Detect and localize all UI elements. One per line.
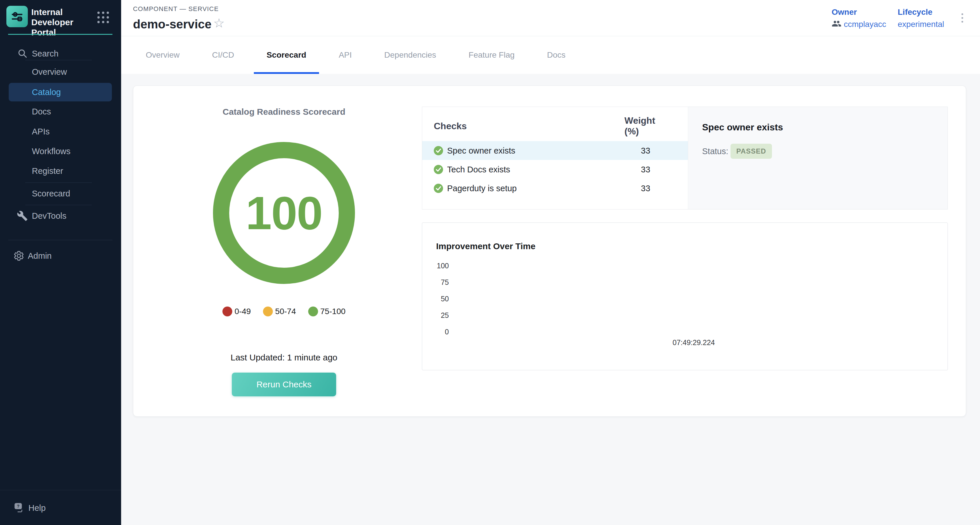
sidebar-divider — [25, 205, 92, 205]
sidebar-item-admin[interactable]: Admin — [0, 247, 121, 264]
sidebar-item-label: Help — [29, 503, 46, 513]
y-axis-tick: 25 — [422, 311, 449, 320]
sidebar-accent-rule — [8, 34, 113, 35]
sidebar-divider — [0, 490, 121, 490]
chart-title: Improvement Over Time — [436, 241, 536, 251]
rerun-checks-label: Rerun Checks — [256, 380, 312, 389]
check-name: Pagerduty is setup — [447, 183, 517, 193]
gauge-title: Catalog Readiness Scorecard — [223, 107, 345, 117]
sidebar-item-help[interactable]: ? Help — [0, 500, 121, 516]
legend-label: 0-49 — [235, 307, 251, 316]
sidebar-item-scorecard[interactable]: Scorecard — [0, 185, 121, 202]
breadcrumb: COMPONENT — SERVICE — [133, 5, 219, 13]
score-value: 100 — [246, 186, 322, 240]
people-icon — [832, 20, 842, 29]
sidebar-item-overview[interactable]: Overview — [0, 64, 121, 80]
app-root: Internal Developer Portal Search Overvie… — [0, 0, 980, 525]
y-axis-tick: 0 — [422, 328, 449, 336]
entity-tabs: Overview CI/CD Scorecard API Dependencie… — [121, 36, 980, 74]
x-axis-tick: 07:49:29.224 — [673, 339, 715, 347]
legend-dot-red — [223, 307, 232, 317]
sidebar-item-register[interactable]: Register — [0, 162, 121, 179]
tab-overview[interactable]: Overview — [133, 36, 192, 74]
check-detail-title: Spec owner exists — [702, 122, 783, 133]
scorecard-card: Catalog Readiness Scorecard 100 0-49 50-… — [133, 86, 966, 417]
help-bubble-icon: ? — [13, 502, 25, 514]
checks-column-header: Checks — [434, 121, 467, 132]
sidebar-item-label: Admin — [28, 251, 52, 261]
checks-table: Checks Weight (%) Spec owner exists 33 — [422, 107, 688, 209]
check-name: Tech Docs exists — [447, 165, 510, 174]
status-badge: PASSED — [730, 144, 772, 159]
svg-text:?: ? — [17, 504, 19, 509]
legend-item-low: 0-49 — [223, 307, 251, 317]
owner-value: ccmplayacc — [844, 20, 886, 29]
sidebar-divider — [25, 183, 92, 183]
owner-link[interactable]: ccmplayacc — [832, 20, 886, 29]
owner-block: Owner ccmplayacc — [832, 8, 886, 29]
sidebar-item-label: Scorecard — [32, 189, 70, 199]
legend-dot-green — [308, 307, 318, 317]
entity-header: COMPONENT — SERVICE demo-service ☆ Owner… — [121, 0, 980, 36]
lifecycle-label: Lifecycle — [898, 8, 944, 17]
gear-icon — [13, 250, 24, 261]
portal-title: Internal Developer Portal — [31, 7, 97, 37]
tab-scorecard[interactable]: Scorecard — [254, 36, 319, 74]
owner-label: Owner — [832, 8, 886, 17]
portal-logo-icon — [6, 6, 28, 27]
check-passed-icon — [434, 165, 443, 174]
y-axis-tick: 100 — [422, 262, 449, 270]
check-weight: 33 — [641, 146, 650, 155]
last-updated-text: Last Updated: 1 minute ago — [231, 353, 337, 363]
sidebar-item-label: Register — [32, 166, 63, 176]
sidebar-item-workflows[interactable]: Workflows — [0, 143, 121, 160]
sidebar-item-label: Overview — [32, 67, 67, 77]
wrench-icon — [17, 210, 28, 221]
sidebar-item-label: Catalog — [32, 88, 61, 97]
tab-cicd[interactable]: CI/CD — [199, 36, 247, 74]
check-row-pagerduty[interactable]: Pagerduty is setup 33 — [422, 179, 688, 197]
search-icon — [18, 48, 28, 59]
weight-column-header: Weight (%) — [624, 115, 667, 137]
lifecycle-block: Lifecycle experimental — [898, 8, 944, 29]
check-passed-icon — [434, 184, 443, 193]
check-row-spec-owner[interactable]: Spec owner exists 33 — [422, 141, 688, 160]
check-passed-icon — [434, 146, 443, 155]
rerun-checks-button[interactable]: Rerun Checks — [232, 372, 336, 396]
gauge-column: Catalog Readiness Scorecard 100 0-49 50-… — [133, 86, 422, 416]
check-name: Spec owner exists — [447, 146, 515, 155]
score-legend: 0-49 50-74 75-100 — [223, 307, 346, 317]
sidebar: Internal Developer Portal Search Overvie… — [0, 0, 121, 525]
page-title: demo-service — [133, 18, 212, 31]
check-weight: 33 — [641, 165, 650, 174]
check-row-tech-docs[interactable]: Tech Docs exists 33 — [422, 160, 688, 179]
sidebar-item-label: APIs — [32, 127, 49, 137]
score-gauge: 100 — [213, 142, 355, 284]
sidebar-item-search[interactable]: Search — [0, 45, 121, 62]
sidebar-item-apis[interactable]: APIs — [0, 123, 121, 140]
sidebar-item-label: Workflows — [32, 146, 70, 156]
tab-dependencies[interactable]: Dependencies — [371, 36, 449, 74]
legend-label: 50-74 — [275, 307, 296, 316]
legend-item-high: 75-100 — [308, 307, 345, 317]
improvement-chart: Improvement Over Time 100 75 50 25 0 07:… — [422, 223, 948, 370]
content-area: Catalog Readiness Scorecard 100 0-49 50-… — [121, 74, 980, 525]
tab-feature-flag[interactable]: Feature Flag — [456, 36, 527, 74]
checks-section: Checks Weight (%) Spec owner exists 33 — [422, 107, 948, 210]
tab-docs[interactable]: Docs — [535, 36, 578, 74]
check-detail-panel: Spec owner exists Status: PASSED — [688, 107, 948, 209]
sidebar-item-devtools[interactable]: DevTools — [0, 207, 121, 224]
tab-api[interactable]: API — [326, 36, 364, 74]
logo-row: Internal Developer Portal — [0, 0, 121, 34]
sidebar-item-docs[interactable]: Docs — [0, 103, 121, 120]
sidebar-item-label: Docs — [32, 107, 51, 116]
check-weight: 33 — [641, 183, 650, 193]
main-area: COMPONENT — SERVICE demo-service ☆ Owner… — [121, 0, 980, 525]
status-label: Status: — [702, 146, 728, 156]
kebab-menu-icon[interactable] — [960, 11, 965, 24]
favorite-star-icon[interactable]: ☆ — [213, 17, 224, 30]
y-axis-tick: 50 — [422, 295, 449, 303]
apps-grid-icon[interactable] — [97, 11, 109, 23]
legend-label: 75-100 — [320, 307, 345, 316]
sidebar-item-catalog[interactable]: Catalog — [9, 83, 112, 102]
